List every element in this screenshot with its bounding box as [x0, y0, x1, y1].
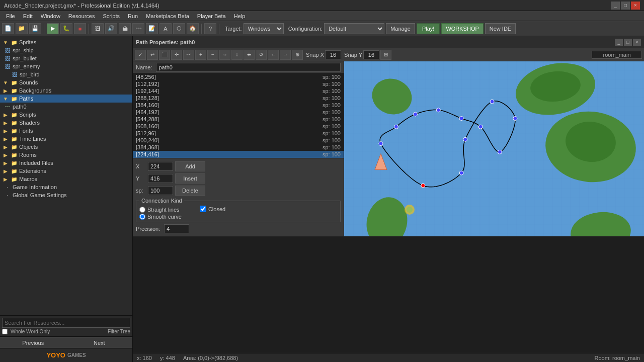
previous-button[interactable]: Previous — [0, 337, 66, 348]
point-row[interactable]: [224,416]sp: 100 — [133, 151, 344, 158]
insert-button[interactable]: Insert — [175, 173, 205, 184]
tree-item-path0[interactable]: 〰path0 — [0, 103, 132, 111]
search-input[interactable] — [2, 318, 130, 328]
target-select[interactable]: Windows — [244, 23, 284, 34]
select-btn[interactable]: ⬛ — [159, 50, 170, 60]
tree-item-macros[interactable]: ▶📁Macros — [0, 175, 132, 183]
point-row[interactable]: [384,160]sp: 100 — [133, 102, 344, 109]
manage-button[interactable]: Manage — [386, 23, 415, 34]
menu-resources[interactable]: Resources — [64, 12, 99, 20]
point-row[interactable]: [48,256]sp: 100 — [133, 73, 344, 80]
check-btn[interactable]: ✓ — [135, 50, 146, 60]
menu-player-beta[interactable]: Player Beta — [193, 12, 230, 20]
mirror-btn[interactable]: ⬌ — [244, 50, 255, 60]
name-input[interactable] — [156, 63, 341, 72]
flip-h-btn[interactable]: ↔ — [219, 50, 230, 60]
path-edit-btn[interactable]: 〰 — [183, 50, 194, 60]
shift-right-btn[interactable]: → — [280, 50, 291, 60]
next-button[interactable]: Next — [66, 337, 133, 348]
tree-item-backgrounds[interactable]: ▶📁Backgrounds — [0, 86, 132, 95]
open-button[interactable]: 📁 — [16, 23, 28, 34]
tree-item-sprenemy[interactable]: 🖼spr_enemy — [0, 62, 132, 70]
object-btn[interactable]: ⬡ — [173, 23, 185, 34]
play-button[interactable]: Play! — [417, 23, 440, 34]
reverse-btn[interactable]: ↺ — [256, 50, 267, 60]
tree-item-fonts[interactable]: ▶📁Fonts — [0, 127, 132, 135]
precision-input[interactable] — [164, 224, 189, 233]
point-row[interactable]: [112,192]sp: 100 — [133, 80, 344, 87]
closed-checkbox[interactable] — [200, 206, 206, 212]
smooth-curve-radio[interactable] — [139, 214, 145, 220]
tree-item-includedfiles[interactable]: ▶📁Included Files — [0, 159, 132, 167]
maximize-button[interactable]: □ — [621, 2, 630, 10]
room-btn[interactable]: 🏠 — [187, 23, 199, 34]
point-row[interactable]: [544,288]sp: 100 — [133, 116, 344, 123]
menu-help[interactable]: Help — [230, 12, 250, 20]
tree-item-shaders[interactable]: ▶📁Shaders — [0, 119, 132, 127]
point-row[interactable]: [288,128]sp: 100 — [133, 95, 344, 102]
tree-item-scripts[interactable]: ▶📁Scripts — [0, 111, 132, 119]
debug-btn[interactable]: 🐛 — [60, 23, 72, 34]
tree-item-gameinformation[interactable]: ·Game Information — [0, 183, 132, 191]
new-button[interactable]: 📄 — [2, 23, 14, 34]
tree-item-sprship[interactable]: 🖼spr_ship — [0, 46, 132, 54]
tree-item-sprbird[interactable]: 🖼spr_bird — [0, 70, 132, 78]
save-button[interactable]: 💾 — [29, 23, 41, 34]
config-select[interactable]: Default — [324, 23, 384, 34]
add-button[interactable]: Add — [175, 161, 205, 171]
panel-close[interactable]: × — [633, 39, 641, 46]
sprite-btn[interactable]: 🖼 — [92, 23, 104, 34]
snap-y-input[interactable] — [363, 50, 379, 59]
sound-btn[interactable]: 🔊 — [105, 23, 117, 34]
add-point-btn[interactable]: + — [195, 50, 206, 60]
bg-btn[interactable]: 🏔 — [119, 23, 131, 34]
point-list[interactable]: [48,256]sp: 100[112,192]sp: 100[192,144]… — [133, 73, 344, 158]
run-btn[interactable]: ▶ — [47, 23, 59, 34]
menu-window[interactable]: Window — [37, 12, 64, 20]
point-row[interactable]: [512,96]sp: 100 — [133, 130, 344, 137]
menu-scripts[interactable]: Scripts — [99, 12, 124, 20]
menu-marketplace[interactable]: Marketplace Beta — [142, 12, 193, 20]
script-btn[interactable]: 📝 — [146, 23, 158, 34]
shift-left-btn[interactable]: ← — [268, 50, 279, 60]
tree-item-sprites[interactable]: ▼📁Sprites — [0, 38, 132, 46]
menu-edit[interactable]: Edit — [19, 12, 37, 20]
snap-x-input[interactable] — [325, 50, 341, 59]
panel-minimize[interactable]: _ — [615, 39, 623, 46]
minimize-button[interactable]: _ — [611, 2, 620, 10]
flip-v-btn[interactable]: ↕ — [231, 50, 243, 60]
tree-item-objects[interactable]: ▶📁Objects — [0, 143, 132, 151]
menu-run[interactable]: Run — [124, 12, 142, 20]
panel-maximize[interactable]: □ — [624, 39, 632, 46]
help-btn[interactable]: ? — [204, 23, 216, 34]
new-ide-button[interactable]: New IDE — [485, 23, 516, 34]
tree-item-extensions[interactable]: ▶📁Extensions — [0, 167, 132, 175]
x-input[interactable] — [148, 162, 173, 171]
tree-item-globalgamesettings[interactable]: ·Global Game Settings — [0, 191, 132, 199]
room-canvas[interactable] — [344, 61, 644, 236]
straight-lines-radio[interactable] — [139, 207, 145, 213]
menu-file[interactable]: File — [2, 12, 19, 20]
undo-btn[interactable]: ↩ — [147, 50, 158, 60]
point-row[interactable]: [608,160]sp: 100 — [133, 123, 344, 130]
path-btn[interactable]: 〰 — [132, 23, 144, 34]
tree-item-timelines[interactable]: ▶📁Time Lines — [0, 135, 132, 143]
point-row[interactable]: [400,240]sp: 100 — [133, 137, 344, 144]
delete-point-btn[interactable]: − — [207, 50, 218, 60]
font-btn[interactable]: A — [159, 23, 172, 34]
tree-item-paths[interactable]: ▼📁Paths — [0, 95, 132, 103]
point-row[interactable]: [384,368]sp: 100 — [133, 144, 344, 151]
workshop-button[interactable]: WORKSHOP — [441, 23, 483, 34]
stop-btn[interactable]: ■ — [74, 23, 86, 34]
center-btn[interactable]: ⊕ — [292, 50, 303, 60]
grid-btn[interactable]: ⊞ — [380, 50, 391, 60]
tree-item-sprbullet[interactable]: 🖼spr_bullet — [0, 54, 132, 62]
sp-input[interactable] — [148, 186, 173, 195]
whole-word-checkbox[interactable] — [2, 329, 8, 334]
point-row[interactable]: [192,144]sp: 100 — [133, 87, 344, 95]
point-row[interactable]: [464,192]sp: 100 — [133, 109, 344, 116]
delete-button[interactable]: Delete — [175, 186, 205, 196]
tree-item-sounds[interactable]: ▼📁Sounds — [0, 78, 132, 86]
tree-item-rooms[interactable]: ▶📁Rooms — [0, 151, 132, 159]
y-input[interactable] — [148, 174, 173, 183]
